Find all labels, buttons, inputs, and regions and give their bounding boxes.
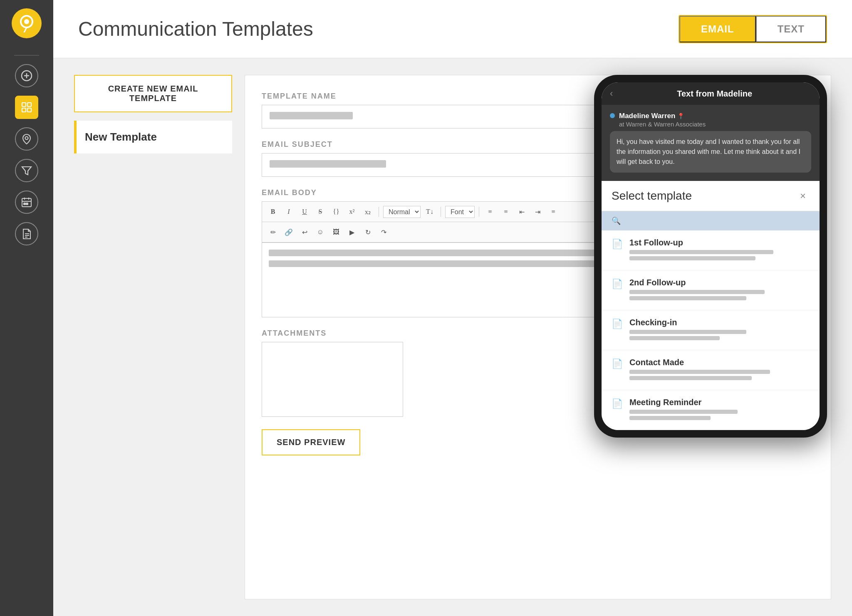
template-list-info: Contact Made [629, 358, 810, 382]
toolbar-superscript[interactable]: x² [345, 205, 359, 218]
toolbar-font-select[interactable]: Font [445, 206, 475, 218]
toolbar-align[interactable]: ≡ [547, 205, 560, 218]
toolbar-emoji[interactable]: ☺ [314, 225, 327, 239]
modal-search-bar: 🔍 [602, 211, 820, 230]
left-panel: CREATE NEW EMAIL TEMPLATE New Template [74, 75, 232, 599]
svg-rect-7 [22, 108, 26, 112]
phone-header: ‹ Text from Madeline [602, 82, 820, 105]
sidebar-item-calendar[interactable] [15, 190, 38, 214]
toolbar-bold[interactable]: B [266, 205, 280, 218]
toolbar-code[interactable]: {} [329, 205, 343, 218]
attachments-dropzone[interactable] [262, 342, 403, 417]
phone-message-area: Madeline Warren 📍 at Warren & Warren Ass… [602, 105, 820, 181]
template-list-item[interactable]: 📄 1st Follow-up [602, 230, 820, 270]
template-list-item[interactable]: New Template [74, 121, 232, 153]
toolbar-link[interactable]: 🔗 [282, 225, 295, 239]
sidebar-divider [14, 55, 39, 56]
create-new-template-button[interactable]: CREATE NEW EMAIL TEMPLATE [74, 75, 232, 112]
template-file-icon: 📄 [612, 359, 623, 369]
template-search-input[interactable] [625, 217, 810, 225]
toolbar-italic[interactable]: I [282, 205, 295, 218]
toolbar-separator-3 [479, 207, 479, 217]
tab-group: EMAIL TEXT [679, 15, 827, 43]
message-bubble: Hi, you have visited me today and I want… [610, 131, 811, 173]
svg-point-1 [24, 19, 29, 24]
contact-info: Madeline Warren 📍 at Warren & Warren Ass… [619, 111, 706, 128]
template-list-info: 1st Follow-up [629, 238, 810, 262]
top-bar: Communication Templates EMAIL TEXT [53, 0, 852, 58]
toolbar-video[interactable]: ▶ [345, 225, 359, 239]
template-name-placeholder [270, 112, 353, 119]
contact-status-dot [610, 113, 615, 118]
contact-company: at Warren & Warren Associates [619, 121, 706, 128]
modal-header: Select template × [602, 181, 820, 211]
template-list-line-1 [629, 290, 765, 294]
sidebar [0, 0, 53, 616]
phone-mockup: ‹ Text from Madeline Madeline Warren 📍 a… [594, 75, 827, 438]
svg-rect-5 [22, 103, 26, 106]
template-list-info: Meeting Reminder [629, 398, 810, 422]
template-file-icon: 📄 [612, 398, 623, 409]
sidebar-item-add[interactable] [15, 64, 38, 87]
toolbar-redo[interactable]: ↷ [377, 225, 390, 239]
template-list-name: 1st Follow-up [629, 238, 810, 247]
modal-close-button[interactable]: × [796, 189, 810, 203]
template-list-line-1 [629, 330, 746, 334]
toolbar-pencil[interactable]: ✏ [266, 225, 280, 239]
logo [12, 8, 42, 38]
svg-point-9 [25, 137, 28, 140]
template-list-name: Meeting Reminder [629, 398, 810, 407]
toolbar-indent-right[interactable]: ⇥ [531, 205, 544, 218]
page-title: Communication Templates [78, 17, 679, 40]
template-list-item[interactable]: 📄 Meeting Reminder [602, 390, 820, 430]
sidebar-item-location[interactable] [15, 127, 38, 151]
send-preview-button[interactable]: SEND PREVIEW [262, 429, 360, 455]
svg-rect-15 [24, 203, 25, 205]
location-pin-icon: 📍 [677, 113, 684, 119]
svg-rect-16 [26, 203, 28, 205]
template-list-line-2 [629, 416, 711, 420]
template-list-name: 2nd Follow-up [629, 278, 810, 287]
template-list-line-1 [629, 250, 773, 254]
sidebar-item-grid[interactable] [15, 96, 38, 119]
phone-header-title: Text from Madeline [618, 89, 811, 99]
toolbar-underline[interactable]: U [298, 205, 311, 218]
template-list-item[interactable]: 📄 2nd Follow-up [602, 270, 820, 310]
toolbar-separator-2 [441, 207, 441, 217]
toolbar-image[interactable]: 🖼 [329, 225, 343, 239]
phone-back-button[interactable]: ‹ [610, 88, 613, 99]
phone-device: ‹ Text from Madeline Madeline Warren 📍 a… [594, 75, 827, 438]
select-template-modal: Select template × 🔍 📄 1st Follow-up 📄 2n… [602, 181, 820, 430]
template-list-line-2 [629, 296, 746, 300]
template-list-item[interactable]: 📄 Checking-in [602, 310, 820, 350]
toolbar-subscript[interactable]: x₂ [361, 205, 374, 218]
toolbar-undo[interactable]: ↩ [298, 225, 311, 239]
svg-rect-8 [27, 108, 31, 112]
template-list-line-1 [629, 410, 738, 414]
tab-text[interactable]: TEXT [756, 16, 826, 42]
email-subject-placeholder [270, 160, 386, 168]
toolbar-refresh[interactable]: ↻ [361, 225, 374, 239]
toolbar-indent-left[interactable]: ⇤ [515, 205, 528, 218]
template-list-line-1 [629, 370, 770, 374]
template-list-item[interactable]: 📄 Contact Made [602, 350, 820, 390]
template-list: 📄 1st Follow-up 📄 2nd Follow-up 📄 Checki… [602, 230, 820, 430]
template-list-line-2 [629, 256, 755, 260]
body-line-1 [269, 250, 602, 256]
template-file-icon: 📄 [612, 279, 623, 289]
toolbar-strikethrough[interactable]: S [314, 205, 327, 218]
template-list-name: Checking-in [629, 318, 810, 327]
search-icon: 🔍 [612, 216, 621, 225]
template-file-icon: 📄 [612, 239, 623, 250]
template-file-icon: 📄 [612, 319, 623, 329]
tab-email[interactable]: EMAIL [679, 16, 756, 42]
sidebar-item-filter[interactable] [15, 159, 38, 182]
template-list-line-2 [629, 376, 752, 380]
toolbar-text-align[interactable]: T↓ [423, 205, 436, 218]
template-list-info: Checking-in [629, 318, 810, 342]
toolbar-style-select[interactable]: Normal [383, 206, 421, 218]
template-list-name: Contact Made [629, 358, 810, 367]
toolbar-list-unordered[interactable]: ≡ [483, 205, 497, 218]
toolbar-list-ordered[interactable]: ≡ [499, 205, 513, 218]
sidebar-item-document[interactable] [15, 222, 38, 245]
